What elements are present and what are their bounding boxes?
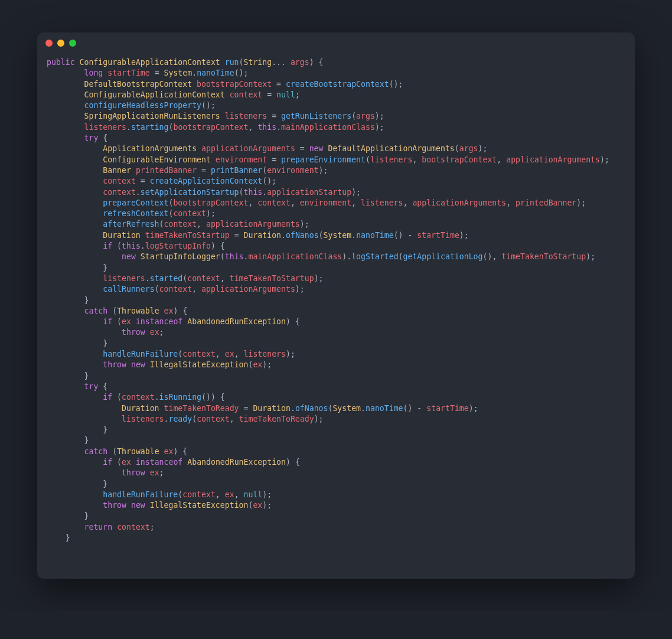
code-token: );: [262, 490, 272, 499]
code-token: );: [375, 112, 384, 120]
code-token: ,: [497, 155, 506, 164]
code-token: [47, 101, 84, 110]
code-token: createBootstrapContext: [286, 80, 389, 89]
code-token: timeTakenToStartup: [145, 231, 230, 240]
code-token: callRunners: [103, 285, 154, 294]
code-token: );: [375, 123, 384, 132]
code-token: ,: [216, 490, 225, 499]
code-token: ,: [351, 198, 361, 207]
code-token: =: [150, 69, 164, 77]
code-token: ofNanos: [295, 404, 328, 413]
code-token: );: [351, 188, 361, 197]
code-token: ex: [122, 458, 131, 467]
code-token: (: [319, 231, 324, 240]
code-token: null: [244, 490, 263, 499]
code-token: throw: [103, 501, 126, 510]
code-line: configureHeadlessProperty();: [47, 101, 216, 110]
code-token: [131, 458, 136, 467]
code-token: startTime: [417, 231, 459, 240]
code-token: context: [197, 415, 230, 423]
code-token: [47, 242, 103, 250]
code-line: listeners.started(context, timeTakenToSt…: [47, 274, 324, 283]
code-token: ,: [197, 220, 206, 229]
code-token: createApplicationContext: [150, 177, 263, 185]
code-token: args: [459, 144, 478, 153]
code-line: try {: [47, 382, 107, 391]
code-token: if: [103, 458, 112, 467]
code-token: [47, 317, 103, 326]
code-token: applicationArguments: [206, 220, 300, 229]
code-token: null: [276, 90, 295, 99]
code-line: }: [47, 480, 107, 488]
code-token: logStarted: [351, 252, 398, 261]
code-token: ,: [220, 274, 230, 283]
code-token: listeners: [225, 112, 267, 120]
code-token: ,: [248, 123, 257, 132]
code-token: new: [131, 360, 145, 369]
minimize-icon[interactable]: [57, 40, 64, 47]
code-token: listeners: [122, 415, 164, 423]
code-line: Banner printedBanner = printBanner(envir…: [47, 166, 328, 175]
code-token: AbandonedRunException: [187, 458, 286, 467]
code-line: prepareContext(bootstrapContext, context…: [47, 198, 586, 207]
code-token: [47, 468, 122, 477]
code-token: [47, 112, 84, 120]
code-line: long startTime = System.nanoTime();: [47, 69, 249, 77]
code-token: [145, 501, 150, 510]
code-line: }: [47, 511, 89, 520]
code-token: .: [192, 69, 197, 77]
code-window: public ConfigurableApplicationContext ru…: [37, 32, 635, 579]
code-token: catch: [84, 447, 108, 456]
code-token: [47, 458, 103, 467]
code-token: [211, 155, 216, 164]
code-line: if (ex instanceof AbandonedRunException)…: [47, 458, 300, 467]
code-token: context: [164, 220, 197, 229]
code-token: [47, 188, 103, 197]
code-token: ex: [253, 360, 262, 369]
code-token: (: [155, 285, 159, 294]
code-token: timeTakenToStartup: [501, 252, 586, 261]
code-token: context: [117, 523, 150, 532]
code-token: ;: [159, 468, 164, 477]
code-token: logStartupInfo: [145, 242, 211, 250]
maximize-icon[interactable]: [69, 40, 76, 47]
code-token: ,: [291, 198, 300, 207]
code-token: () -: [394, 231, 417, 240]
close-icon[interactable]: [45, 40, 53, 47]
code-token: System: [324, 231, 352, 240]
code-token: [47, 209, 103, 218]
titlebar: [37, 32, 635, 54]
code-token: applicationArguments: [201, 144, 295, 153]
code-line: callRunners(context, applicationArgument…: [47, 285, 305, 294]
code-line: DefaultBootstrapContext bootstrapContext…: [47, 80, 403, 89]
code-line: context.setApplicationStartup(this.appli…: [47, 188, 361, 197]
code-token: context: [122, 393, 155, 402]
code-token: =: [239, 404, 253, 413]
code-token: Throwable: [117, 307, 159, 315]
code-token: [159, 447, 164, 456]
code-token: Banner: [103, 166, 131, 175]
code-token: ex: [164, 307, 174, 315]
code-token: .: [276, 123, 281, 132]
code-token: context: [103, 188, 136, 197]
code-token: nanoTime: [356, 231, 394, 240]
code-token: listeners: [370, 155, 412, 164]
code-line: throw new IllegalStateException(ex);: [47, 360, 272, 369]
code-line: listeners.starting(bootstrapContext, thi…: [47, 123, 384, 132]
code-token: .: [136, 188, 141, 197]
code-token: ex: [150, 468, 159, 477]
code-token: [131, 166, 136, 175]
code-token: }: [47, 371, 89, 380]
code-token: .: [291, 404, 295, 413]
code-token: ...: [272, 58, 291, 67]
code-token: [47, 133, 84, 142]
code-token: .: [145, 274, 150, 283]
code-line: SpringApplicationRunListeners listeners …: [47, 112, 384, 120]
code-token: {: [98, 133, 107, 142]
code-token: listeners: [361, 198, 403, 207]
code-token: ConfigurableApplicationContext: [84, 90, 225, 99]
code-token: (: [107, 307, 117, 315]
code-token: (: [455, 144, 459, 153]
code-token: ) {: [211, 242, 225, 250]
code-token: ,: [234, 350, 244, 358]
